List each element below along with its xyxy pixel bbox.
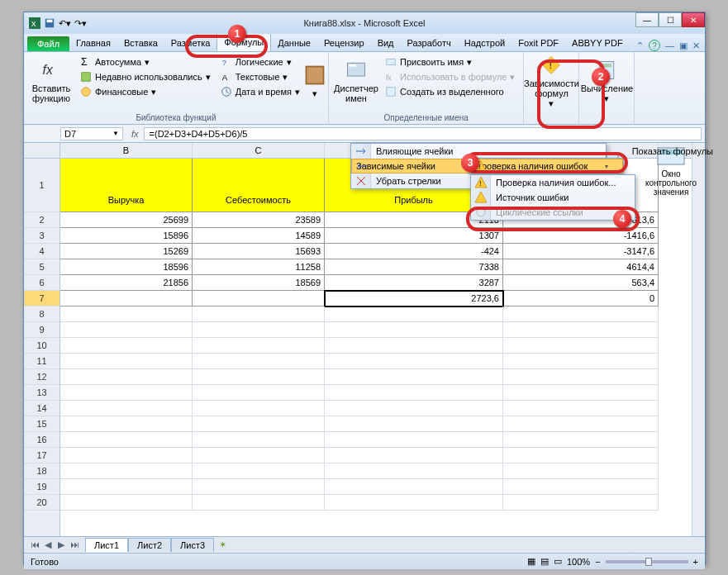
cell[interactable] [60, 291, 193, 307]
cell[interactable] [193, 416, 325, 432]
cell[interactable]: 21856 [60, 275, 193, 291]
define-name-button[interactable]: Присвоить имя ▾ [382, 55, 519, 69]
minimize-button[interactable]: — [635, 12, 659, 27]
cell[interactable] [325, 448, 503, 463]
tab-insert[interactable]: Вставка [117, 35, 164, 51]
cell[interactable] [325, 495, 503, 511]
cell[interactable]: 15269 [60, 244, 193, 259]
cell[interactable]: 4614,4 [503, 259, 659, 275]
cell[interactable]: 7338 [325, 259, 503, 275]
cell[interactable] [193, 401, 325, 416]
menu-check-errors[interactable]: !Проверка наличия ошибок... [471, 175, 635, 190]
tab-data[interactable]: Данные [271, 35, 317, 51]
cell[interactable] [60, 354, 193, 369]
cell[interactable] [193, 338, 325, 354]
cell[interactable]: 2723,6 [325, 291, 503, 307]
cell[interactable] [60, 448, 193, 463]
cell[interactable]: 15693 [193, 244, 325, 259]
next-sheet-icon[interactable]: ▶ [55, 539, 67, 550]
cell[interactable] [325, 354, 503, 369]
cell[interactable]: -3147,6 [503, 244, 659, 259]
cell[interactable] [325, 338, 503, 354]
row-header[interactable]: 2 [24, 212, 59, 228]
row-header[interactable]: 3 [24, 228, 59, 244]
tab-foxit[interactable]: Foxit PDF [512, 35, 565, 51]
close-button[interactable]: ✕ [682, 12, 705, 27]
cell[interactable] [325, 369, 503, 385]
row-header[interactable]: 9 [24, 322, 59, 338]
cell[interactable] [193, 479, 325, 495]
cell[interactable] [325, 416, 503, 432]
cell[interactable] [60, 495, 193, 511]
cell[interactable]: 563,4 [503, 275, 659, 291]
cell[interactable]: 18596 [60, 259, 193, 275]
cell[interactable]: 14589 [193, 228, 325, 244]
cell[interactable] [193, 354, 325, 369]
view-normal-icon[interactable]: ▦ [527, 556, 535, 567]
view-layout-icon[interactable]: ▤ [540, 556, 549, 567]
zoom-out-icon[interactable]: − [595, 557, 600, 567]
name-box[interactable]: D7▼ [60, 127, 123, 140]
row-header[interactable]: 4 [24, 244, 59, 259]
cell[interactable] [60, 463, 193, 479]
cell[interactable] [193, 385, 325, 401]
cell[interactable]: -424 [325, 244, 503, 259]
cell[interactable] [503, 354, 659, 369]
first-sheet-icon[interactable]: ⏮ [29, 539, 40, 550]
last-sheet-icon[interactable]: ⏭ [69, 539, 80, 550]
row-header[interactable]: 13 [24, 385, 59, 401]
row-header[interactable]: 5 [24, 259, 59, 275]
redo-icon[interactable]: ↷▾ [74, 18, 87, 29]
row-header[interactable]: 19 [24, 479, 59, 495]
cell[interactable] [325, 479, 503, 495]
cell[interactable] [325, 401, 503, 416]
cell[interactable] [60, 479, 193, 495]
cell[interactable] [193, 463, 325, 479]
fx-button[interactable]: fx [126, 129, 144, 139]
tab-view[interactable]: Вид [371, 35, 401, 51]
sheet-tab[interactable]: Лист1 [85, 538, 128, 552]
more-functions-button[interactable]: ▾ [307, 54, 323, 108]
tab-home[interactable]: Главная [69, 35, 117, 51]
row-header[interactable]: 10 [24, 338, 59, 354]
tab-abbyy[interactable]: ABBYY PDF [565, 35, 630, 51]
cell[interactable]: 1307 [325, 228, 503, 244]
cell[interactable] [193, 495, 325, 511]
row-header[interactable]: 18 [24, 463, 59, 479]
recent-button[interactable]: Недавно использовались ▾ [77, 70, 214, 83]
cell[interactable] [325, 463, 503, 479]
zoom-in-icon[interactable]: + [693, 557, 698, 567]
zoom-level[interactable]: 100% [567, 557, 590, 567]
menu-trace-error[interactable]: Источник ошибки [471, 190, 635, 205]
view-pagebreak-icon[interactable]: ▭ [554, 556, 562, 567]
create-from-selection-button[interactable]: Создать из выделенного [382, 85, 519, 98]
maximize-button[interactable]: ☐ [659, 12, 682, 27]
row-header[interactable]: 8 [24, 307, 59, 322]
cell[interactable] [60, 338, 193, 354]
col-header[interactable]: B [60, 143, 193, 158]
cell[interactable] [325, 307, 503, 322]
logical-button[interactable]: ?Логические ▾ [217, 55, 303, 69]
cell[interactable] [60, 432, 193, 448]
name-manager-button[interactable]: Диспетчер имен [334, 54, 378, 108]
cell[interactable] [193, 322, 325, 338]
cell[interactable] [503, 495, 659, 511]
row-header[interactable]: 15 [24, 416, 59, 432]
workbook-close-icon[interactable]: ✕ [692, 40, 700, 51]
sheet-tab[interactable]: Лист3 [171, 538, 214, 552]
cell[interactable]: 23589 [193, 212, 325, 228]
cell[interactable] [60, 322, 193, 338]
cell[interactable] [503, 479, 659, 495]
cell[interactable] [325, 432, 503, 448]
prev-sheet-icon[interactable]: ◀ [42, 539, 54, 550]
autosum-button[interactable]: ΣАвтосумма ▾ [77, 55, 214, 69]
datetime-button[interactable]: Дата и время ▾ [217, 85, 303, 98]
insert-function-button[interactable]: fx Вставить функцию [29, 54, 74, 108]
cell[interactable] [503, 401, 659, 416]
col-header[interactable]: C [193, 143, 325, 158]
formula-auditing-button[interactable]: ! Зависимости формул ▾ [529, 54, 573, 108]
cell[interactable]: -1416,6 [503, 228, 659, 244]
cell[interactable] [503, 307, 659, 322]
sheet-tab[interactable]: Лист2 [128, 538, 171, 552]
cell[interactable]: 11258 [193, 259, 325, 275]
